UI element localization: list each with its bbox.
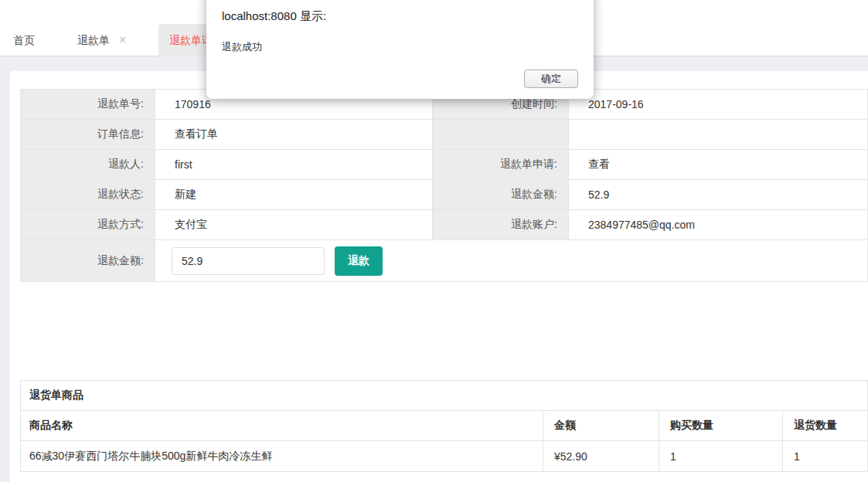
refund-apply-label: 退款单申请:	[433, 150, 569, 179]
refund-amount-input[interactable]	[172, 247, 325, 275]
create-time-value: 2017-09-16	[569, 90, 867, 119]
refund-amount-label: 退款金额:	[433, 180, 569, 209]
page: 首页 退款单× 退款单详 退款单号: 170916 创建时间: 2017-09-…	[0, 0, 868, 482]
close-icon[interactable]: ×	[119, 24, 126, 56]
tab-refund-list-label: 退款单	[77, 34, 110, 46]
refund-detail-table: 退款单号: 170916 创建时间: 2017-09-16 订单信息: 查看订单…	[20, 89, 868, 282]
col-return-qty: 退货数量	[783, 411, 867, 440]
col-amount: 金额	[543, 411, 659, 440]
empty-value-cell	[569, 120, 867, 149]
refund-user-label: 退款人:	[21, 150, 155, 179]
alert-dialog-message: 退款成功	[222, 40, 262, 54]
refund-form-cell: 退款	[155, 240, 867, 281]
refund-no-label: 退款单号:	[21, 90, 155, 119]
product-buy-qty: 1	[659, 441, 783, 471]
product-name: 66减30伊赛西门塔尔牛腩块500g新鲜牛肉冷冻生鲜	[21, 441, 543, 471]
refund-input-label: 退款金额:	[21, 240, 155, 281]
refund-account-value: 2384977485@qq.com	[569, 210, 867, 239]
section-title-row: 退货单商品	[21, 381, 867, 411]
tab-home[interactable]: 首页	[13, 24, 35, 56]
product-return-qty: 1	[783, 441, 867, 471]
alert-dialog-title: localhost:8080 显示:	[222, 9, 326, 24]
col-product-name: 商品名称	[21, 411, 543, 440]
view-apply-link[interactable]: 查看	[588, 158, 610, 171]
order-info-label: 订单信息:	[21, 120, 155, 149]
tab-refund-list[interactable]: 退款单×	[77, 24, 126, 56]
section-title: 退货单商品	[21, 381, 867, 410]
refund-status-value: 新建	[155, 180, 433, 209]
refund-button[interactable]: 退款	[335, 246, 383, 276]
refund-method-value: 支付宝	[155, 210, 433, 239]
refund-amount-value: 52.9	[569, 180, 867, 209]
product-amount: ¥52.90	[543, 441, 659, 471]
refund-status-label: 退款状态:	[21, 180, 155, 209]
view-order-link[interactable]: 查看订单	[175, 127, 218, 141]
table-row: 退款状态: 新建 退款金额: 52.9	[21, 180, 867, 210]
empty-label-cell	[433, 120, 569, 149]
refund-user-value: first	[155, 150, 433, 179]
refund-form-row: 退款金额: 退款	[21, 240, 867, 281]
col-buy-qty: 购买数量	[659, 411, 783, 440]
refund-method-label: 退款方式:	[21, 210, 155, 239]
return-products-table: 退货单商品 商品名称 金额 购买数量 退货数量 66减30伊赛西门塔尔牛腩块50…	[20, 380, 868, 472]
product-row: 66减30伊赛西门塔尔牛腩块500g新鲜牛肉冷冻生鲜 ¥52.90 1 1	[21, 441, 867, 471]
table-row: 退款方式: 支付宝 退款账户: 2384977485@qq.com	[21, 210, 867, 240]
table-row: 订单信息: 查看订单	[21, 120, 867, 150]
products-header-row: 商品名称 金额 购买数量 退货数量	[21, 411, 867, 441]
refund-account-label: 退款账户:	[433, 210, 569, 239]
alert-dialog: localhost:8080 显示: 退款成功 确定	[206, 0, 594, 99]
table-row: 退款人: first 退款单申请: 查看	[21, 150, 867, 180]
confirm-button[interactable]: 确定	[524, 70, 578, 88]
